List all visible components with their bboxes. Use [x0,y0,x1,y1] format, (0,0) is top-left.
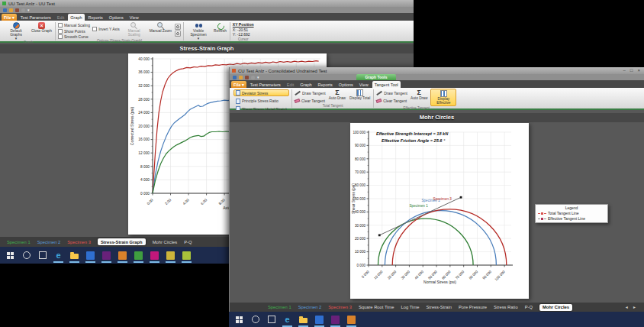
edge-taskbar-icon[interactable]: e [53,251,63,261]
calc-option-principle-stress-ratio[interactable]: Principle Stress Ratio [233,98,289,105]
view-tab-p-q[interactable]: P-Q [525,305,533,309]
svg-text:6.00: 6.00 [200,198,208,206]
view-tab-stress-strain[interactable]: Stress-Strain [426,305,452,309]
default-graphs-button[interactable]: Default Graphs ▾ [4,21,28,40]
tab-options[interactable]: Options [336,81,356,88]
new-file-icon[interactable] [233,76,237,79]
eraser-icon [294,98,300,102]
tab-edit[interactable]: Edit [55,14,66,21]
refresh-button[interactable]: Refresh [213,21,227,34]
tab-tangent-tool[interactable]: Tangent Tool [372,81,401,88]
open-file-icon[interactable] [9,8,13,12]
app-orange-taskbar-icon[interactable] [346,315,356,325]
graph-tools-contextual-tab[interactable]: Graph Tools [356,74,396,80]
effective-auto-draw-button[interactable]: Σ Auto Draw [410,89,428,101]
app-icon [2,2,6,5]
tab-edit[interactable]: Edit [285,81,296,88]
tab-graph[interactable]: Graph [68,14,84,21]
task-view-taskbar-icon[interactable] [37,251,47,261]
total-auto-draw-button[interactable]: Σ Auto Draw [328,89,346,101]
qat-dropdown-icon[interactable]: ▾ [27,8,30,12]
manual-zoom-button[interactable]: Manual Zoom [149,21,172,34]
marker-part [544,219,546,219]
visual-studio-taskbar-icon[interactable] [330,315,340,325]
specimen-tab-specimen-3[interactable]: Specimen 3 [328,305,352,309]
start-taskbar-icon[interactable] [5,251,15,261]
left-ribbon-tabs: File ▾Test ParametersEditGraphReportsOpt… [0,13,414,21]
app-magenta-taskbar-icon[interactable] [150,251,159,261]
app-lime-taskbar-icon[interactable] [182,251,192,261]
effective-draw-tangent-button[interactable]: Draw Tangent [376,90,407,96]
cortana-taskbar-icon[interactable] [21,251,31,261]
checkbox-show-points[interactable]: Show Points [58,29,90,34]
file-explorer-taskbar-icon[interactable] [298,315,308,325]
app-blue-taskbar-icon[interactable] [314,315,324,325]
tab-test-parameters[interactable]: Test Parameters [18,14,53,21]
view-tab-square-root-time[interactable]: Square Root Time [359,305,394,309]
app-blue-taskbar-icon[interactable] [85,251,95,261]
checkbox-manual-scaling[interactable]: Manual Scaling [58,23,90,28]
close-graph-button[interactable]: × Close Graph [31,21,53,34]
right-titlebar[interactable]: CU Test Anlz - Consolidated Undrained Te… [230,67,644,74]
zoom-out-icon[interactable] [175,31,181,37]
view-tab-pore-pressure[interactable]: Pore Pressure [459,305,487,309]
chart-legend[interactable]: LegendTotal Tangent LineEffective Tangen… [535,204,608,223]
new-file-icon[interactable] [3,8,7,12]
tab-reports[interactable]: Reports [86,14,105,21]
specimen-tab-specimen-3[interactable]: Specimen 3 [67,240,91,244]
app-green-taskbar-icon[interactable] [134,251,143,261]
tab-options[interactable]: Options [107,14,126,21]
left-titlebar[interactable]: UU Test Anlz - UU Test [0,0,414,7]
view-tab-log-time[interactable]: Log Time [401,305,420,309]
undo-icon[interactable] [21,8,25,12]
cortana-taskbar-icon[interactable] [250,315,260,325]
tab-graph[interactable]: Graph [298,81,314,88]
task-view-taskbar-icon[interactable] [266,315,276,325]
zoom-in-icon[interactable] [175,24,181,30]
specimen-tab-specimen-2[interactable]: Specimen 2 [37,240,61,244]
total-clear-tangent-button[interactable]: Clear Tangent [295,98,326,104]
tab-file[interactable]: File ▾ [231,81,246,88]
edge-taskbar-icon[interactable]: e [282,315,292,325]
tab-view[interactable]: View [127,14,141,21]
open-file-icon[interactable] [239,76,243,79]
app-orange-taskbar-icon[interactable] [118,251,127,261]
save-icon[interactable] [245,76,249,79]
undo-icon[interactable] [251,76,255,79]
file-explorer-taskbar-icon[interactable] [69,251,79,261]
display-total-button[interactable]: Display Total [349,89,371,101]
tab-test-parameters[interactable]: Test Parameters [248,81,283,88]
start-taskbar-icon[interactable] [234,315,244,325]
visible-specimen-button[interactable]: Visible Specimen ▾ [186,21,211,40]
tab-reports[interactable]: Reports [316,81,335,88]
view-tab-p-q[interactable]: P-Q [184,240,192,244]
view-tab-mohr-circles[interactable]: Mohr Circles [539,304,572,311]
tabstrip-scroll-arrows[interactable]: ◄ ► [625,305,638,309]
tab-view[interactable]: View [357,81,371,88]
view-tab-stress-strain-graph[interactable]: Stress-Strain Graph [98,238,146,245]
specimen-tab-specimen-1[interactable]: Specimen 1 [268,305,291,309]
minimize-button[interactable]: – [623,67,626,74]
tab-file[interactable]: File ▾ [2,14,17,21]
svg-text:Corrected Stress (psi): Corrected Stress (psi) [130,107,134,146]
view-tab-mohr-circles[interactable]: Mohr Circles [153,240,178,244]
start-pane [11,256,14,259]
bar-chart-icon [440,90,447,97]
calc-option-deviator-stress[interactable]: Deviator Stress [233,89,289,96]
effective-clear-tangent-button[interactable]: Clear Tangent [376,98,407,104]
view-tab-stress-ratio[interactable]: Stress Ratio [494,305,518,309]
maximize-button[interactable]: □ [630,67,633,74]
specimen-tab-specimen-1[interactable]: Specimen 1 [7,240,31,244]
qat-dropdown-icon[interactable]: ▾ [257,76,259,79]
display-effective-button[interactable]: Display Effective [430,89,456,106]
visual-studio-taskbar-icon[interactable] [101,251,111,261]
total-draw-tangent-button[interactable]: Draw Tangent [295,90,326,96]
right-taskbar: e [229,312,644,327]
app-yellow-taskbar-icon[interactable] [166,251,175,261]
svg-text:20 000: 20 000 [387,270,398,280]
invert-y-axis-checkbox[interactable]: Invert Y Axis [92,27,120,31]
close-button[interactable]: × [637,67,640,74]
svg-text:36 000: 36 000 [138,70,150,74]
save-icon[interactable] [15,8,19,12]
specimen-tab-specimen-2[interactable]: Specimen 2 [298,305,322,309]
